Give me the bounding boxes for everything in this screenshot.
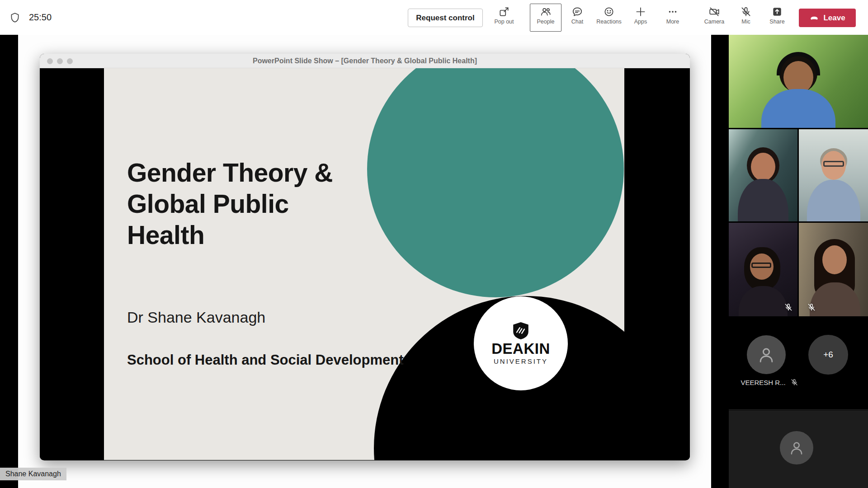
request-control-button[interactable]: Request control — [408, 9, 483, 27]
mic-button[interactable]: Mic — [730, 4, 762, 32]
overflow-count-badge[interactable]: +6 — [808, 335, 848, 375]
mic-off-icon — [740, 4, 752, 18]
participant-video-tile-3[interactable] — [799, 129, 868, 221]
participant-video-tile-4[interactable] — [729, 223, 797, 316]
glasses — [823, 161, 844, 167]
apps-button[interactable]: Apps — [625, 4, 656, 32]
participant-avatar-placeholder — [780, 431, 813, 465]
slide-title-line1: Gender Theory & — [127, 157, 333, 188]
muted-mic-icon — [807, 303, 816, 312]
muted-mic-icon — [790, 378, 798, 386]
apps-label: Apps — [634, 19, 647, 25]
participant-video-tile-1[interactable] — [729, 35, 868, 128]
shield-icon — [9, 12, 21, 23]
pop-out-button[interactable]: Pop out — [488, 4, 520, 32]
headphones — [777, 52, 820, 75]
slide-presenter-name: Dr Shane Kavanagh — [127, 309, 265, 326]
pop-out-label: Pop out — [494, 19, 514, 25]
shared-desktop: PowerPoint Slide Show – [Gender Theory &… — [18, 35, 711, 488]
leave-icon — [809, 13, 819, 23]
participant-video-tile-2[interactable] — [729, 129, 797, 221]
more-label: More — [666, 19, 679, 25]
reactions-label: Reactions — [596, 19, 622, 25]
reactions-icon — [603, 4, 615, 18]
chat-icon — [571, 4, 583, 18]
camera-button[interactable]: Camera — [698, 4, 730, 32]
participant-name-row: VEERESH R... — [729, 378, 810, 386]
share-icon — [771, 4, 783, 18]
more-button[interactable]: More — [657, 4, 689, 32]
powerpoint-window: PowerPoint Slide Show – [Gender Theory &… — [40, 54, 690, 460]
share-button[interactable]: Share — [761, 4, 793, 32]
window-zoom-button[interactable] — [67, 58, 73, 64]
chat-button[interactable]: Chat — [561, 4, 593, 32]
deakin-logo-badge: DEAKIN UNIVERSITY — [474, 296, 568, 390]
window-close-button[interactable] — [47, 58, 53, 64]
people-label: People — [537, 19, 555, 25]
meeting-timer: 25:50 — [29, 12, 52, 23]
slide-title: Gender Theory & Global Public Health — [127, 157, 333, 251]
glasses — [751, 263, 771, 268]
window-title: PowerPoint Slide Show – [Gender Theory &… — [40, 54, 690, 68]
powerpoint-titlebar: PowerPoint Slide Show – [Gender Theory &… — [40, 54, 690, 68]
people-button[interactable]: People — [530, 4, 561, 32]
presentation-slide: DEAKIN UNIVERSITY Gender Theory & Global… — [40, 68, 690, 460]
deakin-logo-subtitle: UNIVERSITY — [494, 358, 548, 365]
deakin-logo-name: DEAKIN — [491, 341, 550, 356]
leave-button[interactable]: Leave — [799, 9, 856, 27]
slide-department: School of Health and Social Development — [127, 352, 404, 368]
shared-screen-stage: PowerPoint Slide Show – [Gender Theory &… — [0, 35, 729, 488]
share-label: Share — [769, 19, 784, 25]
chat-label: Chat — [571, 19, 583, 25]
slide-title-line2: Global Public — [127, 188, 333, 220]
apps-icon — [635, 4, 646, 18]
muted-mic-icon — [784, 303, 793, 312]
mic-label: Mic — [741, 19, 750, 25]
deakin-shield-icon — [513, 322, 528, 339]
participant-avatar-placeholder[interactable] — [747, 335, 786, 374]
leave-label: Leave — [823, 14, 845, 23]
toolbar-left-group: 25:50 — [9, 0, 52, 35]
participants-sidebar: +6 VEERESH R... — [729, 35, 868, 488]
person-icon — [756, 345, 776, 365]
window-controls[interactable] — [47, 58, 73, 64]
more-icon — [667, 4, 679, 18]
participant-video-tile-5[interactable] — [799, 223, 868, 316]
sidebar-divider — [729, 409, 868, 410]
participant-name: VEERESH R... — [741, 379, 785, 386]
slide-title-line3: Health — [127, 220, 333, 251]
window-minimize-button[interactable] — [57, 58, 63, 64]
person-icon — [788, 439, 805, 456]
presenter-name-tag: Shane Kavanagh — [0, 468, 66, 480]
meeting-toolbar: 25:50 Request control Pop out People Cha… — [0, 0, 868, 35]
people-icon — [540, 4, 552, 18]
camera-label: Camera — [704, 19, 724, 25]
reactions-button[interactable]: Reactions — [593, 4, 625, 32]
participant-video-tile-empty[interactable] — [729, 410, 868, 488]
camera-off-icon — [708, 4, 720, 18]
pop-out-icon — [498, 4, 510, 18]
